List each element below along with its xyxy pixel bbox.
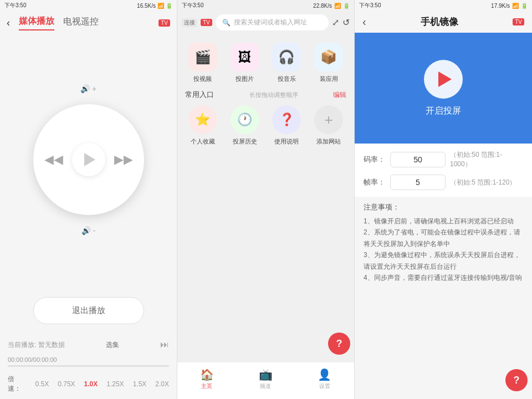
volume-up-plus: + (92, 84, 96, 93)
now-playing-bar: 当前播放: 暂无数据 选集 ⏭ (0, 335, 177, 354)
cast-music-item[interactable]: 🎧 投音乐 (268, 43, 306, 83)
nav-settings[interactable]: 👤 设置 (318, 368, 331, 390)
volume-down-area: 🔊 - (81, 226, 96, 235)
cast-music-icon: 🎧 (272, 43, 301, 71)
shortcut-help[interactable]: ❓ 使用说明 (268, 105, 306, 146)
play-triangle-icon (438, 71, 452, 87)
status-time-media: 下午3:50 (4, 2, 26, 9)
notes-title: 注意事项： (364, 202, 523, 212)
progress-bar[interactable] (8, 365, 169, 367)
nav-channels[interactable]: 📺 频道 (259, 368, 273, 390)
bottom-nav: 🏠 主页 📺 频道 👤 设置 (177, 362, 354, 399)
shortcut-favorites[interactable]: ⭐ 个人收藏 (184, 105, 222, 146)
signal-icon-browser: 📶 (334, 3, 341, 9)
tab-bar-media: ‹ 媒体播放 电视遥控 TV (0, 11, 177, 33)
help-icon-circle: ❓ (272, 105, 301, 134)
nav-channels-label: 频道 (260, 382, 271, 390)
speed-1-25x[interactable]: 1.25X (106, 380, 124, 388)
section-title: 常用入口 (185, 90, 214, 100)
help-fab-browser[interactable]: ? (328, 332, 350, 355)
bitrate-input[interactable] (390, 152, 446, 167)
tv-badge-media: TV (158, 19, 170, 27)
bitrate-row: 码率： （初始:50 范围:1-1000） (364, 150, 523, 169)
edit-button[interactable]: 编辑 (333, 90, 346, 100)
framerate-label: 帧率： (364, 177, 386, 187)
refresh-icon[interactable]: ↺ (342, 17, 350, 28)
play-icon (84, 153, 95, 166)
speed-1x[interactable]: 1.0X (84, 380, 98, 388)
nav-home[interactable]: 🏠 主页 (200, 368, 214, 390)
status-bar-browser: 下午3:50 22.8K/s 📶 🔋 (177, 0, 354, 11)
volume-up-area: 🔊 + (80, 84, 96, 93)
select-episodes-button[interactable]: 选集 (106, 340, 119, 350)
speed-0-75x[interactable]: 0.75X (58, 380, 75, 388)
now-playing-label: 当前播放: 暂无数据 (8, 340, 65, 350)
note-item-4: 4、同步声音，需要自行通过蓝牙连接传输到电视/音响 (364, 272, 523, 283)
cast-image-icon: 🖼 (231, 43, 259, 71)
cast-image-label: 投图片 (236, 75, 254, 83)
shortcut-history[interactable]: 🕐 投屏历史 (226, 105, 264, 146)
next-track-button[interactable]: ⏭ (160, 340, 169, 350)
favorites-label: 个人收藏 (191, 137, 215, 146)
mirror-back-button[interactable]: ‹ (362, 16, 366, 28)
start-cast-label: 开启投屏 (426, 105, 461, 117)
bitrate-label: 码率： (364, 155, 386, 165)
notes-section: 注意事项： 1、镜像开启前，请确保电视上百科浏览器已经启动 2、系统为了省电，可… (355, 197, 532, 289)
nav-home-label: 主页 (201, 382, 212, 390)
search-box[interactable]: 🔍 搜索关键词或者输入网址 (216, 14, 329, 30)
tab-tv-remote[interactable]: 电视遥控 (63, 16, 99, 30)
cast-grid: 🎬 投视频 🖼 投图片 🎧 投音乐 📦 装应用 (177, 34, 354, 88)
status-bar-mirror: 下午3:50 17.9K/s 📶 🔋 (355, 0, 532, 11)
home-icon: 🏠 (200, 368, 214, 381)
speed-0-5x[interactable]: 0.5X (35, 380, 49, 388)
skip-next-button[interactable]: ▶▶ (114, 152, 133, 167)
browser-panel: 下午3:50 22.8K/s 📶 🔋 连接 TV 🔍 搜索关键词或者输入网址 ⤢… (177, 0, 355, 399)
help-fab-icon: ? (336, 338, 342, 350)
volume-down-icon: 🔊 (81, 226, 91, 235)
speed-label: 倍速： (8, 375, 27, 393)
shortcuts-grid: ⭐ 个人收藏 🕐 投屏历史 ❓ 使用说明 + 添加网站 (177, 103, 354, 155)
connect-badge: 连接 (182, 18, 197, 27)
circle-control: ◀◀ ▶▶ (33, 104, 144, 215)
mirror-panel-wrap: 下午3:50 17.9K/s 📶 🔋 ‹ 手机镜像 TV 开启投屏 码率： (355, 0, 532, 399)
back-button-media[interactable]: ‹ (7, 17, 10, 29)
add-site-icon: + (314, 105, 343, 134)
note-item-2: 2、系统为了省电，可能会在镜像过程中误杀进程，请将天天投屏加入到保护名单中 (364, 227, 523, 249)
battery-icon-mirror: 🔋 (521, 3, 528, 9)
mirror-form: 码率： （初始:50 范围:1-1000） 帧率： （初始:5 范围:1-120… (355, 144, 532, 197)
cast-image-item[interactable]: 🖼 投图片 (226, 43, 264, 83)
speed-indicator-media: 16.5K/s (137, 3, 156, 9)
search-icon: 🔍 (222, 19, 231, 27)
play-button[interactable] (72, 143, 105, 176)
cast-video-item[interactable]: 🎬 投视频 (184, 43, 222, 83)
bitrate-hint: （初始:50 范围:1-1000） (450, 150, 523, 169)
channels-icon: 📺 (259, 368, 273, 381)
mirror-preview: 开启投屏 (355, 33, 532, 144)
start-cast-button[interactable] (424, 60, 463, 99)
exit-playback-button[interactable]: 退出播放 (33, 297, 144, 324)
help-fab-mirror[interactable]: ? (505, 369, 528, 391)
signal-icon-mirror: 📶 (512, 3, 519, 9)
player-area: 🔊 + ◀◀ ▶▶ 🔊 - (0, 33, 177, 286)
speed-2x[interactable]: 2.0X (155, 380, 169, 388)
framerate-input[interactable] (390, 175, 446, 190)
framerate-row: 帧率： （初始:5 范围:1-120） (364, 175, 523, 190)
cast-video-icon: 🎬 (188, 43, 217, 71)
history-label: 投屏历史 (233, 137, 257, 146)
tv-badge-browser: TV (201, 19, 212, 26)
status-time-browser: 下午3:50 (182, 2, 203, 9)
expand-icon[interactable]: ⤢ (332, 17, 339, 28)
help-fab-mirror-icon: ? (514, 375, 520, 386)
mirror-panel: 下午3:50 17.9K/s 📶 🔋 ‹ 手机镜像 TV 开启投屏 码率： (355, 0, 532, 399)
speed-1-5x[interactable]: 1.5X (133, 380, 147, 388)
note-item-1: 1、镜像开启前，请确保电视上百科浏览器已经启动 (364, 216, 523, 227)
cast-app-item[interactable]: 📦 装应用 (310, 43, 347, 83)
browser-toolbar: 连接 TV 🔍 搜索关键词或者输入网址 ⤢ ↺ (177, 11, 354, 34)
battery-icon-media: 🔋 (166, 3, 172, 9)
tab-media-playback[interactable]: 媒体播放 (19, 16, 54, 30)
battery-icon-browser: 🔋 (343, 3, 350, 9)
shortcut-add-site[interactable]: + 添加网站 (310, 105, 347, 146)
speed-indicator-browser: 22.8K/s (313, 3, 332, 9)
speed-indicator-mirror: 17.9K/s (491, 3, 510, 9)
skip-prev-button[interactable]: ◀◀ (44, 152, 63, 167)
